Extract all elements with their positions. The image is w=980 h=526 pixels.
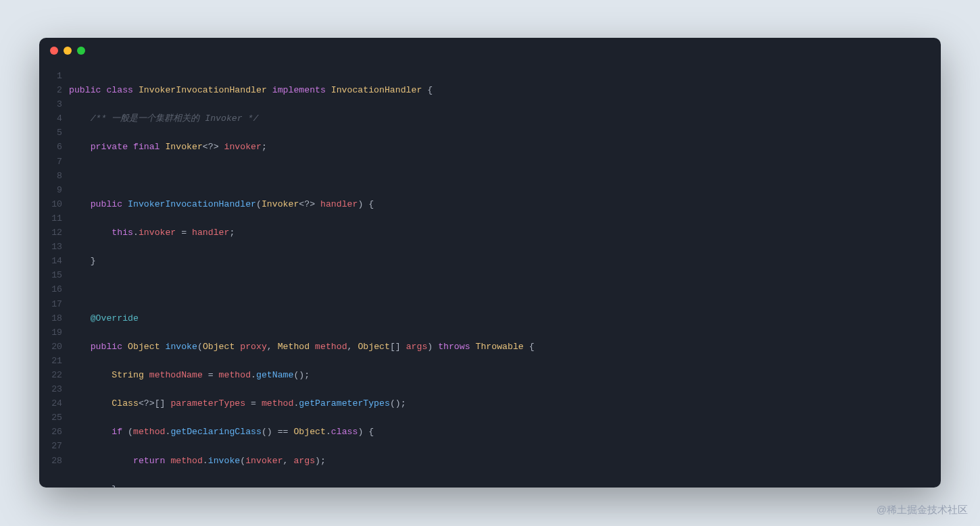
line-number: 9 [39,183,62,197]
line-number: 12 [39,226,62,240]
line-number: 16 [39,282,62,296]
line-number: 23 [39,382,62,396]
line-number: 24 [39,396,62,411]
code-line: return method.invoke(invoker, args); [69,454,941,468]
code-content: public class InvokerInvocationHandler im… [68,69,941,488]
code-line: public Object invoke(Object proxy, Metho… [69,340,941,354]
code-window: 1234567891011121314151617181920212223242… [39,38,941,488]
line-number: 19 [39,325,62,340]
line-number: 4 [39,111,62,126]
line-number: 28 [39,454,62,468]
line-number: 22 [39,368,62,382]
line-number: 10 [39,197,62,211]
line-number: 13 [39,240,62,254]
watermark-text: @稀土掘金技术社区 [877,504,968,517]
close-icon[interactable] [50,47,58,55]
code-line: public InvokerInvocationHandler(Invoker<… [69,197,941,211]
line-number: 5 [39,126,62,140]
code-line: /** 一般是一个集群相关的 Invoker */ [69,111,941,126]
code-line: private final Invoker<?> invoker; [69,140,941,154]
maximize-icon[interactable] [77,47,85,55]
line-number: 7 [39,155,62,169]
editor-area: 1234567891011121314151617181920212223242… [39,63,941,488]
minimize-icon[interactable] [64,47,72,55]
line-number: 3 [39,97,62,111]
code-line: @Override [69,311,941,325]
code-line [69,169,941,183]
line-number: 6 [39,140,62,154]
code-line: } [69,254,941,268]
code-line: String methodName = method.getName(); [69,368,941,382]
line-number-gutter: 1234567891011121314151617181920212223242… [39,69,68,488]
code-line: this.invoker = handler; [69,226,941,240]
code-line: public class InvokerInvocationHandler im… [69,83,941,97]
line-number: 18 [39,311,62,325]
code-line: } [69,482,941,488]
code-line [69,282,941,296]
line-number: 20 [39,340,62,354]
code-line: Class<?>[] parameterTypes = method.getPa… [69,396,941,411]
line-number: 11 [39,211,62,226]
line-number: 21 [39,354,62,368]
line-number: 15 [39,268,62,282]
window-titlebar [39,38,941,63]
line-number: 14 [39,254,62,268]
line-number: 17 [39,297,62,311]
line-number: 26 [39,425,62,439]
line-number: 8 [39,169,62,183]
code-line: if (method.getDeclaringClass() == Object… [69,425,941,439]
line-number: 2 [39,83,62,97]
line-number: 25 [39,411,62,425]
line-number: 1 [39,69,62,83]
line-number: 27 [39,439,62,453]
